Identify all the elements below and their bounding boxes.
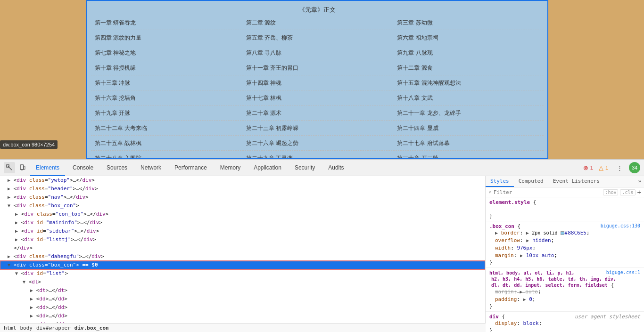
breadcrumb-body[interactable]: body xyxy=(20,325,33,331)
chapter-item[interactable]: 第二十八章 入围院 xyxy=(91,152,241,159)
chapter-item[interactable]: 第十一章 齐王的胃口 xyxy=(242,61,393,75)
tab-application[interactable]: Application xyxy=(248,160,287,176)
devtools-body: ▶ <div class="ywtop">…</div>▶ <div class… xyxy=(0,176,644,332)
css-selector-line: element.style { xyxy=(489,199,640,205)
dom-line[interactable]: </div> xyxy=(0,244,485,252)
dom-line[interactable]: ▶ <div id="maininfo">…</div> xyxy=(0,219,485,227)
dom-line[interactable]: ▶ <div class="nav">…</div> xyxy=(0,193,485,202)
tab-memory[interactable]: Memory xyxy=(215,160,246,176)
chapter-item[interactable]: 第十五章 混沌神醒观想法 xyxy=(393,76,544,90)
css-prop-overflow: overflow: ▶ hidden; xyxy=(489,237,640,244)
devtools-toolbar: Elements Console Sources Network Perform… xyxy=(0,160,644,176)
dom-line[interactable]: ▶ <dd>…</dd> xyxy=(0,303,485,312)
dom-line[interactable]: ▼ <dl> xyxy=(0,278,485,286)
css-prop-margin: margin: ▶ 10px auto; xyxy=(489,252,640,259)
error-count: 1 xyxy=(590,165,593,170)
dom-line[interactable]: ▶ <div class="header">…</div> xyxy=(0,185,485,193)
chapter-item[interactable]: 第二十章 源术 xyxy=(242,106,393,121)
dom-line[interactable]: ▶ <dd>…</dd> xyxy=(0,312,485,320)
chapter-item[interactable]: 第五章 齐岳、柳茶 xyxy=(242,31,393,45)
dom-line[interactable]: ▶ <dt>…</dt> xyxy=(0,286,485,295)
styles-more-button[interactable]: » xyxy=(635,176,644,187)
content-box: 《元章》正文 第一章 蟒雀吞龙第二章 源纹第三章 苏幼微第四章 源纹的力量第五章… xyxy=(86,0,548,159)
css-prop-margin-auto: margin: ▶ auto; xyxy=(489,288,640,296)
chapter-item[interactable]: 第十七章 林枫 xyxy=(242,91,393,105)
svg-rect-4 xyxy=(24,166,25,170)
tab-event-listeners[interactable]: Event Listeners xyxy=(548,176,604,187)
tab-computed[interactable]: Computed xyxy=(514,176,548,187)
tab-network[interactable]: Network xyxy=(135,160,167,176)
chapter-item[interactable]: 第二十四章 显威 xyxy=(393,121,544,136)
dom-line[interactable]: ▶ <dd>…</dd> xyxy=(0,295,485,303)
chapter-item[interactable]: 第二十五章 战林枫 xyxy=(91,137,241,151)
dom-line[interactable]: ▶ <div class="con_top">…</div> xyxy=(0,210,485,219)
filter-hint-cls[interactable]: .cls xyxy=(620,189,635,195)
chapter-item[interactable]: 第二十九章 玉灵渊 xyxy=(242,152,393,159)
warn-badge: △ 1 xyxy=(599,164,608,171)
tab-styles[interactable]: Styles xyxy=(486,176,514,187)
chapter-item[interactable]: 第二十六章 崛起之势 xyxy=(242,137,393,151)
css-rule-div-ua: div { user agent stylesheet display: blo… xyxy=(486,312,644,332)
recording-indicator: 34 xyxy=(629,162,640,173)
tab-elements[interactable]: Elements xyxy=(30,160,65,176)
dom-line[interactable]: ▶ <div id="listtj">…</div> xyxy=(0,235,485,244)
tab-console[interactable]: Console xyxy=(67,160,99,176)
svg-rect-3 xyxy=(21,170,23,170)
dom-line[interactable]: ▶ <div id="sidebar">…</div> xyxy=(0,227,485,235)
chapter-item[interactable]: 第十六章 挖墙角 xyxy=(91,91,241,105)
page-title: 《元章》正文 xyxy=(91,4,544,16)
chapter-item[interactable]: 第四章 源纹的力量 xyxy=(91,31,241,45)
css-rule-html-body: html, body, ul, ol, li, p, h1, biguge.cs… xyxy=(486,268,644,312)
warn-icon: △ xyxy=(599,164,603,171)
breadcrumb-wrapper[interactable]: div#wrapper xyxy=(36,325,71,331)
chapter-item[interactable]: 第八章 寻八脉 xyxy=(242,46,393,60)
chapter-item[interactable]: 第三十章 开三脉 xyxy=(393,152,544,159)
chapter-item[interactable]: 第二十一章 龙步、龙碑手 xyxy=(393,106,544,121)
webpage-area: 《元章》正文 第一章 蟒雀吞龙第二章 源纹第三章 苏幼微第四章 源纹的力量第五章… xyxy=(0,0,644,159)
chapter-item[interactable]: 第二章 源纹 xyxy=(242,16,393,30)
breadcrumb: html body div#wrapper div.box_con xyxy=(0,323,486,332)
dom-line[interactable]: ▼ <div class="box_con"> == $0 xyxy=(0,261,485,269)
chapter-item[interactable]: 第十九章 开脉 xyxy=(91,106,241,121)
css-selector-line-div: div { user agent stylesheet xyxy=(489,314,640,320)
chapter-item[interactable]: 第十二章 源食 xyxy=(393,61,544,75)
dom-line[interactable]: ▶ <div class="dahengfu">…</div> xyxy=(0,252,485,261)
chapter-item[interactable]: 第六章 祖地宗祠 xyxy=(393,31,544,45)
chapter-item[interactable]: 第二十三章 初露峥嵘 xyxy=(242,121,393,136)
chapter-item[interactable]: 第十八章 文武 xyxy=(393,91,544,105)
css-source-link-html[interactable]: biguge.css:1 xyxy=(606,270,640,275)
chapter-item[interactable]: 第二十二章 大考来临 xyxy=(91,121,241,136)
chapter-item[interactable]: 第一章 蟒雀吞龙 xyxy=(91,16,241,30)
tab-sources[interactable]: Sources xyxy=(101,160,133,176)
css-prop-border: ▶ border: ▶ 2px solid #88C6E5; xyxy=(489,229,640,237)
filter-hint-hov[interactable]: :hov xyxy=(603,189,618,195)
breadcrumb-html[interactable]: html xyxy=(4,325,17,331)
breadcrumb-box-con[interactable]: div.box_con xyxy=(74,325,109,331)
chapter-item[interactable]: 第七章 神秘之地 xyxy=(91,46,241,60)
chapter-item[interactable]: 第十四章 神魂 xyxy=(242,76,393,90)
add-style-rule-button[interactable]: + xyxy=(637,188,641,196)
dom-line[interactable]: ▼ <div id="list"> xyxy=(0,269,485,278)
css-rule-element-style: element.style { } xyxy=(486,197,644,221)
dom-line[interactable]: ▶ <div class="ywtop">…</div> xyxy=(0,176,485,185)
chapter-item[interactable]: 第九章 八脉现 xyxy=(393,46,544,60)
chapter-item[interactable]: 第二十七章 府试落幕 xyxy=(393,137,544,151)
chapter-item[interactable]: 第三章 苏幼微 xyxy=(393,16,544,30)
filter-icon: ⌕ xyxy=(488,189,492,195)
css-selector-line-html: html, body, ul, ol, li, p, h1, biguge.cs… xyxy=(489,270,640,276)
dom-line[interactable]: ▼ <div class="box_con"> xyxy=(0,202,485,210)
css-rule-box-con: .box_con { biguge.css:130 ▶ border: ▶ 2p… xyxy=(486,221,644,268)
css-source-link[interactable]: biguge.css:130 xyxy=(601,223,640,228)
elements-panel-container: ▶ <div class="ywtop">…</div>▶ <div class… xyxy=(0,176,486,332)
tab-performance[interactable]: Performance xyxy=(169,160,213,176)
tab-audits[interactable]: Audits xyxy=(322,160,349,176)
chapter-item[interactable]: 第十三章 冲脉 xyxy=(91,76,241,90)
color-swatch-border[interactable] xyxy=(561,231,564,235)
styles-filter-input[interactable] xyxy=(494,189,602,195)
tab-security[interactable]: Security xyxy=(289,160,321,176)
device-mode-button[interactable] xyxy=(17,162,28,173)
inspect-element-button[interactable] xyxy=(4,162,15,173)
chapter-item[interactable]: 第十章 得授机缘 xyxy=(91,61,241,75)
elements-panel[interactable]: ▶ <div class="ywtop">…</div>▶ <div class… xyxy=(0,176,486,323)
more-options-button[interactable]: ⋮ xyxy=(614,162,625,173)
